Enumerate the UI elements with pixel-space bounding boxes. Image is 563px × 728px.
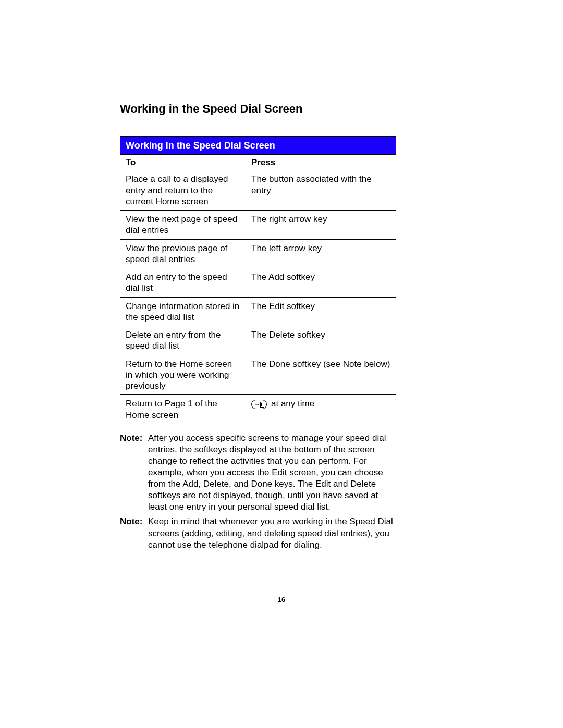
cell-press: The right arrow key: [246, 211, 396, 240]
cell-press: The Add softkey: [246, 268, 396, 298]
note: Note:After you access specific screens t…: [120, 433, 396, 513]
cell-to: Delete an entry from the speed dial list: [120, 326, 246, 355]
cell-press-text: The left arrow key: [251, 243, 322, 253]
cell-press: The button associated with the entry: [246, 170, 396, 211]
cell-press-text: The Add softkey: [251, 272, 315, 282]
table-row: Return to the Home screen in which you w…: [120, 355, 396, 395]
table-row: Delete an entry from the speed dial list…: [120, 326, 396, 355]
table-row: Change information stored in the speed d…: [120, 297, 396, 326]
note-label: Note:: [120, 433, 148, 513]
document-page: Working in the Speed Dial Screen Working…: [0, 0, 563, 728]
note-body: After you access specific screens to man…: [148, 433, 396, 513]
cell-press: The Delete softkey: [246, 326, 396, 355]
cell-to: Return to the Home screen in which you w…: [120, 355, 246, 395]
cell-to: Add an entry to the speed dial list: [120, 268, 246, 298]
page-number: 16: [0, 596, 563, 604]
table-title-row: Working in the Speed Dial Screen: [120, 136, 396, 155]
cell-press-text: The Done softkey (see Note below): [251, 359, 390, 369]
cell-press-text: The Edit softkey: [251, 301, 315, 311]
cell-press-text: The button associated with the entry: [251, 174, 372, 195]
table-row: View the previous page of speed dial ent…: [120, 239, 396, 268]
phone-exit-icon: →: [251, 400, 267, 409]
table-row: Add an entry to the speed dial listThe A…: [120, 268, 396, 298]
column-header-to: To: [120, 155, 246, 170]
cell-to: View the previous page of speed dial ent…: [120, 239, 246, 268]
table-title: Working in the Speed Dial Screen: [120, 136, 396, 155]
table-row: View the next page of speed dial entries…: [120, 211, 396, 240]
page-heading: Working in the Speed Dial Screen: [120, 102, 448, 116]
note-label: Note:: [120, 516, 148, 550]
column-header-press: Press: [246, 155, 396, 170]
cell-press: The Edit softkey: [246, 297, 396, 326]
table-header-row: To Press: [120, 155, 396, 170]
notes-block: Note:After you access specific screens t…: [120, 433, 396, 551]
speed-dial-table: Working in the Speed Dial Screen To Pres…: [120, 136, 396, 424]
cell-to: Return to Page 1 of the Home screen: [120, 395, 246, 424]
table-row: Place a call to a displayed entry and re…: [120, 170, 396, 211]
cell-press: →at any time: [246, 395, 396, 424]
cell-press-text: The right arrow key: [251, 214, 327, 224]
cell-to: View the next page of speed dial entries: [120, 211, 246, 240]
note-body: Keep in mind that whenever you are worki…: [148, 516, 396, 550]
table-row: Return to Page 1 of the Home screen→at a…: [120, 395, 396, 424]
cell-to: Change information stored in the speed d…: [120, 297, 246, 326]
cell-press-text: The Delete softkey: [251, 330, 325, 340]
cell-press: The Done softkey (see Note below): [246, 355, 396, 395]
note: Note:Keep in mind that whenever you are …: [120, 516, 396, 550]
cell-to: Place a call to a displayed entry and re…: [120, 170, 246, 211]
cell-press: The left arrow key: [246, 239, 396, 268]
cell-press-text: at any time: [271, 399, 314, 409]
